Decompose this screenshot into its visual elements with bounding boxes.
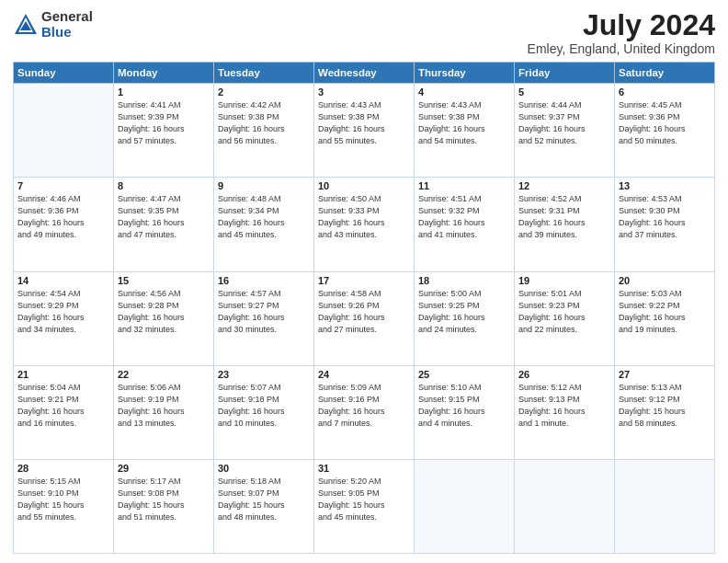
calendar-cell: [515, 459, 615, 553]
calendar-cell: 29Sunrise: 5:17 AM Sunset: 9:08 PM Dayli…: [114, 459, 214, 553]
calendar-cell: 22Sunrise: 5:06 AM Sunset: 9:19 PM Dayli…: [114, 365, 214, 459]
day-number: 13: [619, 180, 711, 191]
day-info: Sunrise: 5:12 AM Sunset: 9:13 PM Dayligh…: [518, 382, 610, 430]
calendar-cell: 23Sunrise: 5:07 AM Sunset: 9:18 PM Dayli…: [214, 365, 314, 459]
calendar-cell: 12Sunrise: 4:52 AM Sunset: 9:31 PM Dayli…: [515, 178, 615, 271]
calendar-cell: 31Sunrise: 5:20 AM Sunset: 9:05 PM Dayli…: [314, 459, 415, 553]
calendar-cell: 10Sunrise: 4:50 AM Sunset: 9:33 PM Dayli…: [314, 178, 415, 271]
day-info: Sunrise: 5:04 AM Sunset: 9:21 PM Dayligh…: [17, 382, 109, 430]
calendar-cell: 30Sunrise: 5:18 AM Sunset: 9:07 PM Dayli…: [214, 459, 314, 553]
calendar-week-row: 14Sunrise: 4:54 AM Sunset: 9:29 PM Dayli…: [14, 271, 715, 365]
day-info: Sunrise: 4:53 AM Sunset: 9:30 PM Dayligh…: [619, 193, 711, 241]
day-number: 26: [518, 369, 610, 380]
day-info: Sunrise: 4:58 AM Sunset: 9:26 PM Dayligh…: [318, 288, 410, 336]
title-area: July 2024 Emley, England, United Kingdom: [528, 9, 715, 56]
day-info: Sunrise: 5:00 AM Sunset: 9:25 PM Dayligh…: [418, 288, 510, 336]
calendar-cell: 8Sunrise: 4:47 AM Sunset: 9:35 PM Daylig…: [114, 178, 214, 271]
calendar-cell: 19Sunrise: 5:01 AM Sunset: 9:23 PM Dayli…: [515, 271, 615, 365]
calendar-header-row: SundayMondayTuesdayWednesdayThursdayFrid…: [14, 63, 715, 84]
day-number: 15: [118, 275, 210, 286]
calendar-cell: 20Sunrise: 5:03 AM Sunset: 9:22 PM Dayli…: [615, 271, 715, 365]
day-info: Sunrise: 5:18 AM Sunset: 9:07 PM Dayligh…: [218, 476, 310, 523]
calendar-cell: 27Sunrise: 5:13 AM Sunset: 9:12 PM Dayli…: [615, 365, 715, 459]
page: General Blue July 2024 Emley, England, U…: [0, 0, 728, 563]
day-number: 21: [17, 369, 109, 380]
weekday-header: Wednesday: [314, 63, 415, 84]
month-title: July 2024: [528, 9, 715, 41]
day-info: Sunrise: 5:10 AM Sunset: 9:15 PM Dayligh…: [418, 382, 510, 430]
day-info: Sunrise: 4:41 AM Sunset: 9:39 PM Dayligh…: [118, 99, 210, 147]
day-info: Sunrise: 5:03 AM Sunset: 9:22 PM Dayligh…: [619, 288, 711, 336]
calendar-cell: [14, 84, 114, 178]
day-number: 7: [17, 180, 109, 191]
calendar-cell: 15Sunrise: 4:56 AM Sunset: 9:28 PM Dayli…: [114, 271, 214, 365]
day-info: Sunrise: 4:43 AM Sunset: 9:38 PM Dayligh…: [318, 99, 410, 147]
day-number: 29: [118, 463, 210, 474]
day-info: Sunrise: 4:52 AM Sunset: 9:31 PM Dayligh…: [518, 193, 610, 241]
day-info: Sunrise: 4:57 AM Sunset: 9:27 PM Dayligh…: [218, 288, 310, 336]
day-number: 9: [218, 180, 310, 191]
calendar-cell: 11Sunrise: 4:51 AM Sunset: 9:32 PM Dayli…: [415, 178, 515, 271]
day-number: 27: [619, 369, 711, 380]
logo-icon: [13, 12, 39, 38]
day-info: Sunrise: 4:45 AM Sunset: 9:36 PM Dayligh…: [619, 99, 711, 147]
weekday-header: Sunday: [14, 63, 114, 84]
day-info: Sunrise: 4:54 AM Sunset: 9:29 PM Dayligh…: [17, 288, 109, 336]
calendar-week-row: 1Sunrise: 4:41 AM Sunset: 9:39 PM Daylig…: [14, 84, 715, 178]
logo-general-text: General: [41, 9, 93, 25]
day-number: 6: [619, 86, 711, 98]
calendar-cell: 2Sunrise: 4:42 AM Sunset: 9:38 PM Daylig…: [214, 84, 314, 178]
day-info: Sunrise: 5:13 AM Sunset: 9:12 PM Dayligh…: [619, 382, 711, 430]
calendar-cell: [415, 459, 515, 553]
calendar-cell: 14Sunrise: 4:54 AM Sunset: 9:29 PM Dayli…: [14, 271, 114, 365]
day-info: Sunrise: 5:01 AM Sunset: 9:23 PM Dayligh…: [518, 288, 610, 336]
day-number: 3: [318, 86, 410, 98]
day-number: 11: [418, 180, 510, 191]
logo-area: General Blue: [13, 9, 93, 40]
location: Emley, England, United Kingdom: [528, 41, 715, 56]
day-number: 2: [218, 86, 310, 98]
calendar-cell: 21Sunrise: 5:04 AM Sunset: 9:21 PM Dayli…: [14, 365, 114, 459]
calendar-cell: 16Sunrise: 4:57 AM Sunset: 9:27 PM Dayli…: [214, 271, 314, 365]
day-info: Sunrise: 4:47 AM Sunset: 9:35 PM Dayligh…: [118, 193, 210, 241]
day-info: Sunrise: 5:20 AM Sunset: 9:05 PM Dayligh…: [318, 476, 410, 523]
day-info: Sunrise: 4:42 AM Sunset: 9:38 PM Dayligh…: [218, 99, 310, 147]
logo-blue-text: Blue: [41, 25, 93, 40]
calendar-cell: 28Sunrise: 5:15 AM Sunset: 9:10 PM Dayli…: [14, 459, 114, 553]
day-number: 28: [17, 463, 109, 474]
day-number: 19: [518, 275, 610, 286]
day-info: Sunrise: 4:44 AM Sunset: 9:37 PM Dayligh…: [518, 99, 610, 147]
calendar-cell: 3Sunrise: 4:43 AM Sunset: 9:38 PM Daylig…: [314, 84, 415, 178]
calendar-cell: 6Sunrise: 4:45 AM Sunset: 9:36 PM Daylig…: [615, 84, 715, 178]
day-number: 10: [318, 180, 410, 191]
day-number: 18: [418, 275, 510, 286]
day-info: Sunrise: 4:46 AM Sunset: 9:36 PM Dayligh…: [17, 193, 109, 241]
calendar-cell: 17Sunrise: 4:58 AM Sunset: 9:26 PM Dayli…: [314, 271, 415, 365]
day-number: 14: [17, 275, 109, 286]
day-number: 30: [218, 463, 310, 474]
day-info: Sunrise: 4:43 AM Sunset: 9:38 PM Dayligh…: [418, 99, 510, 147]
day-number: 4: [418, 86, 510, 98]
day-number: 25: [418, 369, 510, 380]
calendar-cell: 1Sunrise: 4:41 AM Sunset: 9:39 PM Daylig…: [114, 84, 214, 178]
calendar-cell: 9Sunrise: 4:48 AM Sunset: 9:34 PM Daylig…: [214, 178, 314, 271]
day-info: Sunrise: 4:48 AM Sunset: 9:34 PM Dayligh…: [218, 193, 310, 241]
calendar-week-row: 28Sunrise: 5:15 AM Sunset: 9:10 PM Dayli…: [14, 459, 715, 553]
day-number: 17: [318, 275, 410, 286]
calendar-cell: 5Sunrise: 4:44 AM Sunset: 9:37 PM Daylig…: [515, 84, 615, 178]
calendar-table: SundayMondayTuesdayWednesdayThursdayFrid…: [13, 62, 715, 554]
day-number: 5: [518, 86, 610, 98]
day-info: Sunrise: 5:17 AM Sunset: 9:08 PM Dayligh…: [118, 476, 210, 523]
day-number: 23: [218, 369, 310, 380]
day-number: 1: [118, 86, 210, 98]
day-info: Sunrise: 4:51 AM Sunset: 9:32 PM Dayligh…: [418, 193, 510, 241]
day-number: 24: [318, 369, 410, 380]
weekday-header: Friday: [515, 63, 615, 84]
day-info: Sunrise: 4:50 AM Sunset: 9:33 PM Dayligh…: [318, 193, 410, 241]
day-number: 22: [118, 369, 210, 380]
logo-text: General Blue: [41, 9, 93, 40]
calendar-cell: 4Sunrise: 4:43 AM Sunset: 9:38 PM Daylig…: [415, 84, 515, 178]
day-info: Sunrise: 5:07 AM Sunset: 9:18 PM Dayligh…: [218, 382, 310, 430]
day-info: Sunrise: 5:06 AM Sunset: 9:19 PM Dayligh…: [118, 382, 210, 430]
calendar-cell: 24Sunrise: 5:09 AM Sunset: 9:16 PM Dayli…: [314, 365, 415, 459]
